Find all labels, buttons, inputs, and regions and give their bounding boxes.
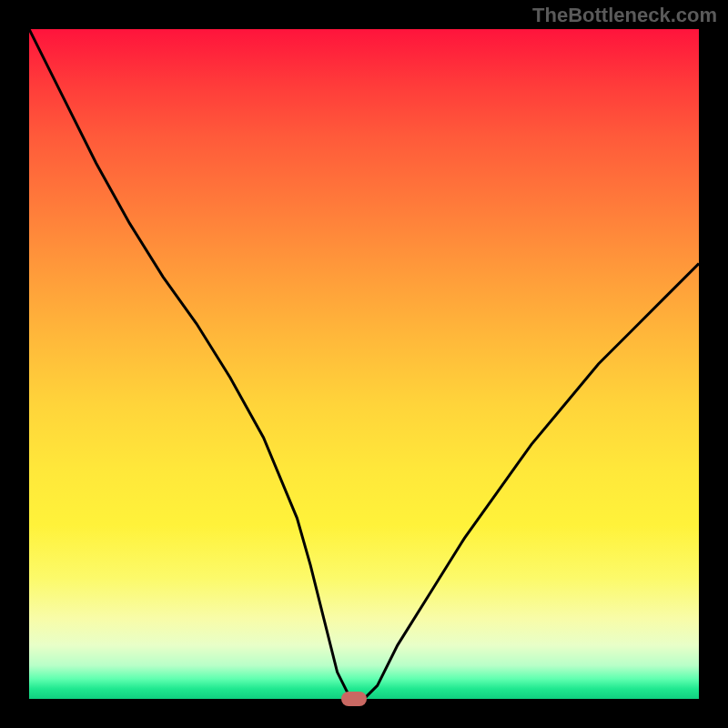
minimum-marker <box>341 692 367 706</box>
chart-plot-area <box>29 29 699 699</box>
watermark-text: TheBottleneck.com <box>532 4 717 27</box>
bottleneck-curve <box>29 29 699 699</box>
